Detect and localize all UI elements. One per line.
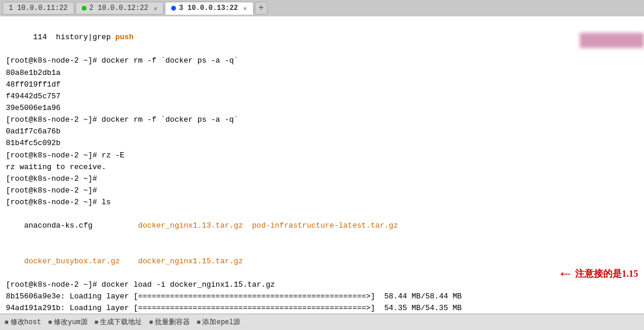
terminal-line-4: 48ff019ff1df — [6, 79, 638, 91]
terminal-line-progress-2: 94ad191a291b: Loading layer [===========… — [6, 302, 638, 314]
tab-2-close-icon[interactable]: ✕ — [154, 5, 158, 12]
toolbar-label-5: 添加epel源 — [202, 317, 240, 327]
toolbar-icon-2: ■ — [48, 319, 52, 326]
tab-2-label: 2 10.0.0.12:22 — [89, 4, 148, 12]
toolbar-icon-5: ■ — [197, 319, 201, 326]
terminal-line-2: [root@k8s-node-2 ~]# docker rm -f `docke… — [6, 55, 638, 67]
toolbar: ■ 修改host ■ 修改yum源 ■ 生成下载地址 ■ 批量删容器 ■ 添加e… — [0, 314, 644, 330]
tab-2-dot — [82, 6, 86, 11]
terminal-line-7: [root@k8s-node-2 ~]# docker rm -f `docke… — [6, 114, 638, 126]
tab-3-close-icon[interactable]: ✕ — [243, 5, 247, 12]
toolbar-icon-1: ■ — [5, 319, 9, 326]
toolbar-icon-4: ■ — [149, 319, 153, 326]
blurred-region — [580, 33, 644, 48]
terminal-line-5: f49442d5c757 — [6, 91, 638, 102]
red-arrow-icon: ← — [560, 265, 570, 283]
terminal-line-12: [root@k8s-node-2 ~]# — [6, 173, 638, 185]
tab-3[interactable]: 3 10.0.0.13:22 ✕ — [165, 2, 253, 15]
toolbar-label-2: 修改yum源 — [54, 317, 88, 327]
terminal-line-13: [root@k8s-node-2 ~]# — [6, 185, 638, 197]
loading-layer-label-1: Loading layer — [70, 292, 129, 301]
tab-1[interactable]: 1 10.0.0.11:22 — [2, 2, 74, 15]
tab-3-dot — [171, 6, 176, 11]
toolbar-add-epel[interactable]: ■ 添加epel源 — [197, 317, 240, 327]
toolbar-batch-delete[interactable]: ■ 批量删容器 — [149, 317, 190, 327]
new-tab-button[interactable]: + — [255, 2, 268, 15]
toolbar-gen-download[interactable]: ■ 生成下载地址 — [95, 317, 143, 327]
toolbar-label-1: 修改host — [11, 317, 41, 327]
terminal-line-3: 80a8e1b2db1a — [6, 67, 638, 79]
terminal-line-8: 0ad1f7c6a76b — [6, 126, 638, 138]
terminal-line-10: [root@k8s-node-2 ~]# rz -E — [6, 150, 638, 161]
terminal-line-ls: anaconda-ks.cfg docker_nginx1.13.tar.gz … — [6, 208, 638, 243]
annotation-area: ← 注意接的是1.15 — [560, 265, 638, 283]
terminal-line-14: [root@k8s-node-2 ~]# ls — [6, 197, 638, 208]
terminal-line-9: 81b4fc5c092b — [6, 138, 638, 149]
terminal-line-11: rz waiting to receive. — [6, 161, 638, 173]
terminal-line-6: 39e5006e1a96 — [6, 102, 638, 114]
tab-3-label: 3 10.0.0.13:22 — [179, 4, 238, 12]
terminal-area[interactable]: 114 history|grep push [root@k8s-node-2 ~… — [0, 16, 644, 314]
terminal-line-1: 114 history|grep push — [6, 20, 638, 55]
toolbar-label-4: 批量删容器 — [155, 317, 190, 327]
tab-bar: 1 10.0.0.11:22 2 10.0.0.12:22 ✕ 3 10.0.0… — [0, 0, 644, 16]
annotation-text: 注意接的是1.15 — [575, 268, 638, 280]
terminal-line-progress-1: 8b15606a9e3e: Loading layer [===========… — [6, 291, 638, 302]
terminal-line-ls2: docker_busybox.tar.gz docker_nginx1.15.t… — [6, 244, 638, 279]
toolbar-icon-3: ■ — [95, 319, 99, 326]
toolbar-label-3: 生成下载地址 — [100, 317, 142, 327]
tab-1-label: 1 10.0.0.11:22 — [9, 4, 68, 12]
tab-2[interactable]: 2 10.0.0.12:22 ✕ — [75, 2, 164, 15]
toolbar-modify-yum[interactable]: ■ 修改yum源 — [48, 317, 87, 327]
terminal-line-docker-load: [root@k8s-node-2 ~]# docker load -i dock… — [6, 279, 638, 291]
toolbar-modify-host[interactable]: ■ 修改host — [5, 317, 41, 327]
